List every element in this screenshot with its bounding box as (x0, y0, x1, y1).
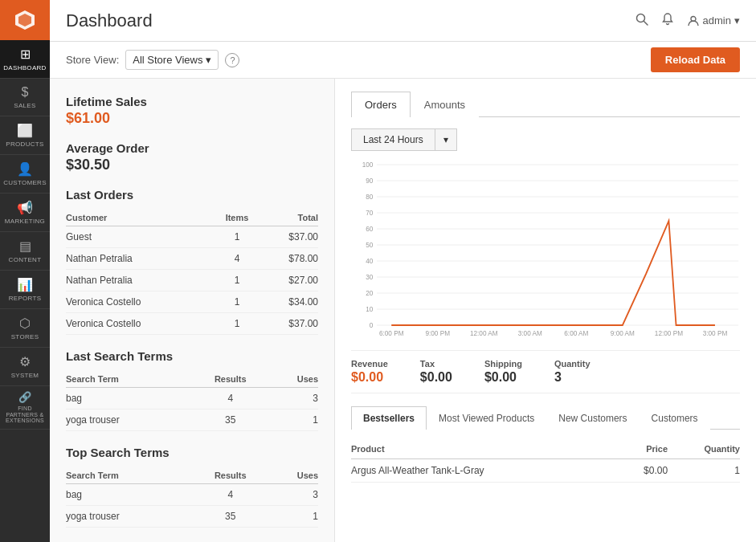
notification-icon[interactable] (661, 13, 674, 29)
col-quantity: Quantity (668, 439, 740, 459)
svg-text:9:00 PM: 9:00 PM (425, 329, 450, 337)
tab-new-customers[interactable]: New Customers (546, 406, 639, 430)
product-table: Product Price Quantity Argus All-Weather… (351, 439, 740, 483)
sidebar-item-marketing[interactable]: 📢 MARKETING (0, 194, 50, 232)
customers-icon: 👤 (17, 161, 33, 177)
shipping-stat: Shipping $0.00 (484, 359, 522, 385)
col-top-uses: Uses (268, 467, 318, 484)
time-range-button[interactable]: Last 24 Hours (351, 128, 435, 151)
svg-text:10: 10 (366, 305, 373, 313)
products-icon: ⬜ (17, 123, 33, 138)
sidebar-label-products: PRODUCTS (6, 141, 43, 148)
toolbar: Store View: All Store Views ▾ ? Reload D… (50, 42, 756, 79)
col-price: Price (619, 439, 668, 459)
svg-text:6:00 PM: 6:00 PM (379, 329, 404, 337)
table-row: Veronica Costello1$34.00 (66, 291, 318, 313)
bottom-tabs: Bestsellers Most Viewed Products New Cus… (351, 406, 740, 430)
tax-stat: Tax $0.00 (420, 359, 452, 385)
extensions-icon: 🔗 (18, 391, 31, 403)
svg-text:20: 20 (366, 289, 373, 297)
sidebar-label-reports: REPORTS (9, 295, 42, 302)
sidebar-label-content: CONTENT (9, 256, 42, 263)
lifetime-sales-value: $61.00 (66, 110, 318, 127)
sidebar-item-stores[interactable]: ⬡ STORES (0, 309, 50, 348)
tax-label: Tax (420, 359, 452, 369)
top-search-table: Search Term Results Uses bag43yoga trous… (66, 467, 318, 528)
svg-text:0: 0 (370, 321, 374, 329)
svg-text:70: 70 (366, 209, 373, 217)
store-view-value: All Store Views (133, 54, 202, 66)
col-top-search-term: Search Term (66, 467, 193, 484)
tab-bestsellers[interactable]: Bestsellers (351, 406, 427, 430)
top-search-title: Top Search Terms (66, 446, 318, 459)
marketing-icon: 📢 (17, 200, 33, 215)
col-uses: Uses (268, 371, 318, 388)
sidebar-item-system[interactable]: ⚙ SYSTEM (0, 348, 50, 386)
search-icon[interactable] (635, 13, 648, 29)
svg-text:3:00 AM: 3:00 AM (518, 329, 542, 337)
col-items: Items (215, 210, 260, 226)
user-dropdown-icon: ▾ (734, 14, 740, 26)
system-icon: ⚙ (19, 354, 31, 369)
header-actions: admin ▾ (635, 13, 740, 29)
svg-text:9:00 AM: 9:00 AM (611, 329, 635, 337)
tab-customers[interactable]: Customers (640, 406, 710, 430)
svg-text:50: 50 (366, 241, 373, 249)
svg-text:12:00 PM: 12:00 PM (655, 329, 683, 337)
quantity-stat: Quantity 3 (554, 359, 590, 385)
time-range-dropdown[interactable]: ▾ (435, 128, 457, 151)
reload-data-button[interactable]: Reload Data (651, 47, 740, 72)
sidebar-item-content[interactable]: ▤ CONTENT (0, 232, 50, 271)
quantity-value: 3 (554, 370, 590, 385)
average-order-block: Average Order $30.50 (66, 141, 318, 173)
table-row: yoga trouser351 (66, 506, 318, 528)
user-menu[interactable]: admin ▾ (687, 14, 740, 27)
sidebar-logo (0, 0, 50, 40)
svg-text:30: 30 (366, 273, 373, 281)
sidebar-item-reports[interactable]: 📊 REPORTS (0, 271, 50, 309)
last-orders-block: Last Orders Customer Items Total Guest1$… (66, 188, 318, 335)
tab-most-viewed[interactable]: Most Viewed Products (427, 406, 546, 430)
sidebar-item-dashboard[interactable]: ⊞ DASHBOARD (0, 40, 50, 79)
table-row: Guest1$37.00 (66, 226, 318, 248)
time-range-selector: Last 24 Hours ▾ (351, 128, 740, 151)
store-view-dropdown[interactable]: All Store Views ▾ (125, 50, 219, 70)
sidebar-item-products[interactable]: ⬜ PRODUCTS (0, 116, 50, 155)
chart-svg: 0 10 20 30 40 50 60 70 80 90 100 (351, 161, 740, 337)
orders-chart: 0 10 20 30 40 50 60 70 80 90 100 (351, 161, 740, 337)
revenue-value: $0.00 (351, 370, 388, 385)
table-row: Veronica Costello1$37.00 (66, 313, 318, 335)
sidebar-item-extensions[interactable]: 🔗 FIND PARTNERS & EXTENSIONS (0, 386, 50, 430)
svg-text:60: 60 (366, 225, 373, 233)
help-icon[interactable]: ? (225, 53, 239, 67)
tab-amounts[interactable]: Amounts (411, 92, 479, 117)
top-search-block: Top Search Terms Search Term Results Use… (66, 446, 318, 528)
right-panel: Orders Amounts Last 24 Hours ▾ 0 10 20 3… (335, 79, 756, 542)
last-search-title: Last Search Terms (66, 349, 318, 363)
sidebar: ⊞ DASHBOARD $ SALES ⬜ PRODUCTS 👤 CUSTOME… (0, 0, 50, 542)
stats-row: Revenue $0.00 Tax $0.00 Shipping $0.00 Q… (351, 350, 740, 393)
page-title: Dashboard (66, 10, 153, 31)
sales-icon: $ (22, 85, 29, 100)
tab-orders[interactable]: Orders (351, 92, 411, 117)
col-results: Results (193, 371, 268, 388)
average-order-label: Average Order (66, 141, 318, 155)
sidebar-item-customers[interactable]: 👤 CUSTOMERS (0, 155, 50, 194)
store-view-chevron: ▾ (206, 54, 211, 66)
user-label: admin (703, 14, 731, 26)
last-search-block: Last Search Terms Search Term Results Us… (66, 349, 318, 431)
chart-tabs: Orders Amounts (351, 92, 740, 117)
svg-text:100: 100 (362, 161, 374, 169)
table-row: yoga trouser351 (66, 410, 318, 431)
revenue-stat: Revenue $0.00 (351, 359, 388, 385)
svg-text:6:00 AM: 6:00 AM (564, 329, 588, 337)
table-row: bag43 (66, 388, 318, 410)
svg-line-3 (644, 21, 648, 25)
col-search-term: Search Term (66, 371, 193, 388)
last-orders-table: Customer Items Total Guest1$37.00Nathan … (66, 210, 318, 335)
shipping-label: Shipping (484, 359, 522, 369)
col-top-results: Results (193, 467, 268, 484)
sidebar-label-stores: STORES (11, 333, 39, 340)
sidebar-item-sales[interactable]: $ SALES (0, 79, 50, 116)
sidebar-label-sales: SALES (14, 102, 35, 109)
